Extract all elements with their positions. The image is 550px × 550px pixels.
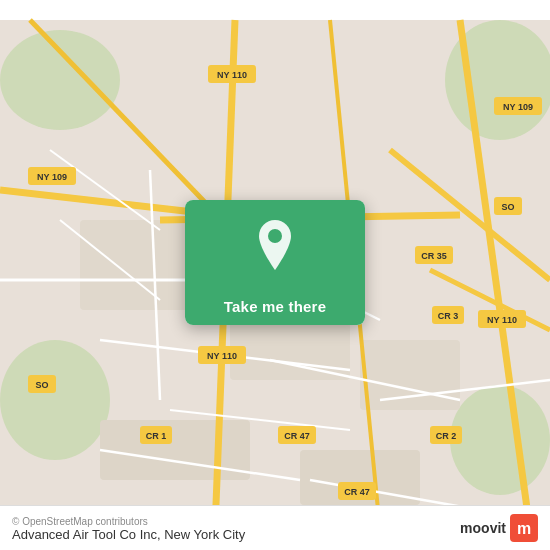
svg-point-4 <box>450 385 550 495</box>
svg-text:SO: SO <box>35 380 48 390</box>
svg-point-1 <box>0 30 120 130</box>
svg-text:NY 109: NY 109 <box>503 102 533 112</box>
info-bar-left: © OpenStreetMap contributors Advanced Ai… <box>12 514 245 542</box>
svg-point-57 <box>268 229 282 243</box>
svg-text:SO: SO <box>501 202 514 212</box>
location-name: Advanced Air Tool Co Inc, New York City <box>12 527 245 542</box>
info-bar: © OpenStreetMap contributors Advanced Ai… <box>0 505 550 550</box>
copyright-text: © OpenStreetMap contributors <box>12 516 245 527</box>
svg-point-3 <box>0 340 110 460</box>
svg-text:CR 47: CR 47 <box>284 431 310 441</box>
location-pin-icon <box>253 218 297 272</box>
svg-rect-8 <box>100 420 250 480</box>
svg-rect-7 <box>360 340 460 410</box>
moovit-logo: moovit m <box>460 514 538 542</box>
moovit-icon: m <box>510 514 538 542</box>
moovit-brand-text: moovit <box>460 520 506 536</box>
svg-text:m: m <box>517 520 531 537</box>
svg-text:CR 1: CR 1 <box>146 431 167 441</box>
svg-text:NY 110: NY 110 <box>217 70 247 80</box>
svg-text:CR 47: CR 47 <box>344 487 370 497</box>
svg-text:NY 109: NY 109 <box>37 172 67 182</box>
svg-text:CR 2: CR 2 <box>436 431 457 441</box>
popup-card: Take me there <box>185 200 365 325</box>
popup-header <box>185 200 365 288</box>
svg-text:NY 110: NY 110 <box>487 315 517 325</box>
svg-text:CR 35: CR 35 <box>421 251 447 261</box>
svg-text:NY 110: NY 110 <box>207 351 237 361</box>
svg-text:CR 3: CR 3 <box>438 311 459 321</box>
map-container: NY 110 NY 109 NY 10 NY 110 SO CR 35 CR 3… <box>0 0 550 550</box>
take-me-there-button[interactable]: Take me there <box>185 288 365 325</box>
